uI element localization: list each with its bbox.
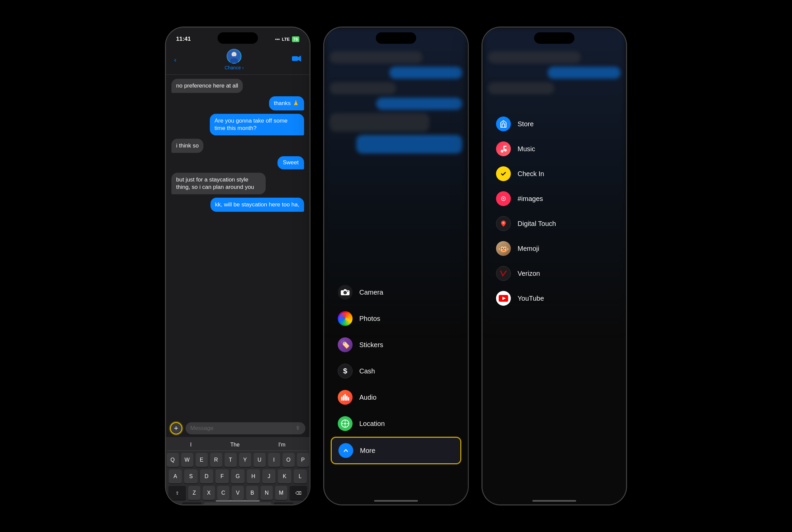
key-row-2: A S D F G H J K L (169, 469, 307, 483)
images-label: #images (517, 195, 543, 203)
key-n[interactable]: N (261, 486, 273, 500)
phone-1-inner: 11:41 ▪▪▪ LTE 76 ‹ (166, 27, 309, 505)
verizon-label: Verizon (517, 270, 540, 278)
key-shift[interactable]: ⇧ (168, 486, 186, 500)
add-attachments-button[interactable]: + (170, 422, 182, 434)
svg-point-18 (344, 422, 346, 424)
key-e[interactable]: E (196, 453, 208, 467)
images-icon (496, 191, 511, 206)
key-row-4: 123 space return (169, 502, 307, 505)
key-y[interactable]: Y (239, 453, 251, 467)
more-item-memoji[interactable]: 🐵 Memoji (493, 236, 616, 261)
contact-avatar (227, 49, 242, 64)
contact-name[interactable]: Chance › (225, 65, 244, 70)
more-item-verizon[interactable]: Verizon (493, 261, 616, 286)
key-w[interactable]: W (181, 453, 193, 467)
suggestion-1[interactable]: I (190, 442, 192, 448)
key-v[interactable]: V (232, 486, 244, 500)
key-q[interactable]: Q (167, 453, 179, 467)
plus-icon: + (174, 424, 178, 432)
location-svg (341, 419, 350, 428)
status-time: 11:41 (176, 36, 191, 42)
blur-bubble (548, 66, 621, 79)
more-item-store[interactable]: A Store (493, 112, 616, 136)
key-t[interactable]: T (225, 453, 237, 467)
app-picker-location[interactable]: Location (331, 411, 461, 436)
svg-rect-12 (341, 397, 342, 401)
photos-inner (339, 312, 351, 325)
message-input-bar: + Message 🎙 (166, 420, 309, 437)
key-x[interactable]: X (203, 486, 215, 500)
key-p[interactable]: P (297, 453, 309, 467)
key-k[interactable]: K (278, 469, 291, 483)
key-o[interactable]: O (283, 453, 295, 467)
key-i[interactable]: I (268, 453, 280, 467)
more-item-music[interactable]: Music (493, 137, 616, 161)
home-indicator (216, 500, 260, 502)
location-icon (338, 416, 353, 431)
app-picker-camera[interactable]: Camera (331, 280, 461, 305)
video-icon (292, 55, 301, 62)
suggestion-3[interactable]: I'm (279, 442, 286, 448)
svg-point-11 (347, 291, 348, 292)
more-item-digitaltouch[interactable]: Digital Touch (493, 211, 616, 236)
key-u[interactable]: U (253, 453, 266, 467)
message-text-field[interactable]: Message 🎙 (186, 422, 305, 434)
app-picker-stickers[interactable]: 🏷️ Stickers (331, 332, 461, 358)
svg-text:A: A (503, 121, 505, 124)
svg-rect-13 (343, 395, 344, 401)
back-button[interactable]: ‹ (174, 56, 176, 64)
more-item-images[interactable]: #images (493, 187, 616, 211)
audio-label: Audio (359, 394, 376, 401)
more-item-youtube[interactable]: YouTube (493, 286, 616, 310)
video-call-button[interactable] (292, 55, 301, 64)
key-numbers[interactable]: 123 (182, 502, 202, 505)
keyboard-suggestions: I The I'm (167, 440, 308, 451)
key-a[interactable]: A (169, 469, 182, 483)
phone-3-inner: A Store (483, 27, 626, 505)
more-item-checkin[interactable]: Check In (493, 162, 616, 186)
svg-point-3 (232, 52, 237, 57)
key-g[interactable]: G (231, 469, 244, 483)
more-chevron-svg (342, 446, 350, 455)
suggestion-2[interactable]: The (230, 442, 240, 448)
message-bubble: but just for a staycation style thing, s… (171, 173, 266, 194)
app-picker-photos[interactable]: Photos (331, 306, 461, 331)
app-picker-audio[interactable]: Audio (331, 384, 461, 410)
key-j[interactable]: J (262, 469, 276, 483)
dynamic-island-3 (534, 32, 574, 44)
key-delete[interactable]: ⌫ (289, 486, 307, 500)
blur-bubble (356, 135, 462, 154)
phone-3: A Store (482, 27, 627, 505)
key-c[interactable]: C (217, 486, 229, 500)
key-r[interactable]: R (210, 453, 222, 467)
key-z[interactable]: Z (188, 486, 200, 500)
blur-bubble (376, 98, 462, 110)
stickers-glyph: 🏷️ (341, 340, 350, 349)
contact-info[interactable]: Chance › (225, 49, 244, 70)
youtube-svg (499, 295, 508, 302)
key-space[interactable]: space (204, 502, 271, 505)
key-f[interactable]: F (215, 469, 229, 483)
key-m[interactable]: M (275, 486, 287, 500)
youtube-icon (496, 291, 511, 306)
audio-svg (341, 394, 349, 401)
home-indicator-2 (374, 500, 418, 502)
microphone-icon: 🎙 (295, 425, 301, 431)
music-icon (496, 141, 511, 156)
key-d[interactable]: D (200, 469, 213, 483)
message-bubble: Sweet (278, 156, 304, 169)
store-icon: A (496, 116, 511, 131)
key-s[interactable]: S (184, 469, 197, 483)
key-h[interactable]: H (247, 469, 260, 483)
key-row-1: Q W E R T Y U I O P (169, 453, 307, 467)
more-screen: A Store (483, 27, 626, 505)
app-picker-more[interactable]: More (331, 437, 461, 464)
blur-bubble (330, 51, 422, 63)
key-return[interactable]: return (274, 502, 293, 505)
messages-area: no preference here at all thanks 🙏 Are y… (166, 75, 309, 216)
key-b[interactable]: B (246, 486, 258, 500)
phone-2-inner: Camera Photos 🏷️ (324, 27, 468, 505)
app-picker-cash[interactable]: $ Cash (331, 358, 461, 384)
key-l[interactable]: L (294, 469, 307, 483)
